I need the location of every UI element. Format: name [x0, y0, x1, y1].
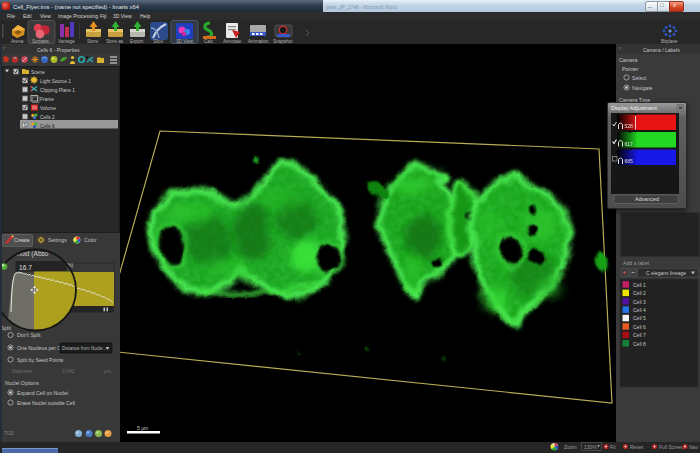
svg-text:Display Adjustment: Display Adjustment — [611, 105, 657, 111]
svg-text:Clipping Plane 1: Clipping Plane 1 — [40, 88, 75, 93]
svg-text:Erase Nuclei outside Cell: Erase Nuclei outside Cell — [17, 400, 75, 406]
svg-text:Nuclei Options: Nuclei Options — [5, 380, 39, 386]
svg-text:16.7: 16.7 — [19, 264, 32, 271]
svg-text:130%: 130% — [584, 444, 597, 450]
svg-text:617: 617 — [625, 141, 634, 147]
svg-text:Scene: Scene — [31, 70, 45, 75]
svg-text:7/10: 7/10 — [4, 430, 14, 436]
svg-text:Split by Seed Points: Split by Seed Points — [17, 357, 64, 363]
svg-text:Cell 6: Cell 6 — [633, 324, 646, 330]
svg-text:One Nucleus per Cell: One Nucleus per Cell — [17, 345, 66, 351]
svg-text:Cell 3: Cell 3 — [633, 299, 646, 305]
svg-text:Frame: Frame — [40, 97, 54, 102]
svg-text:Fit: Fit — [610, 444, 616, 450]
svg-text:Cell 7: Cell 7 — [633, 332, 646, 338]
svg-text:Nav: Nav — [689, 444, 698, 450]
svg-text:Don't Split: Don't Split — [17, 332, 41, 338]
svg-text:Cell 2: Cell 2 — [633, 290, 646, 296]
svg-text:Volume: Volume — [40, 106, 56, 111]
svg-text:Cell 8: Cell 8 — [633, 341, 646, 347]
svg-text:μm: μm — [104, 368, 111, 374]
svg-text:Diameter: Diameter — [12, 368, 33, 374]
svg-text:685: 685 — [625, 158, 634, 164]
svg-text:Cells 2: Cells 2 — [40, 115, 55, 120]
svg-text:Distance from Nucle...: Distance from Nucle... — [62, 346, 106, 351]
svg-text:Cells 6: Cells 6 — [40, 124, 55, 129]
svg-text:Cell 1: Cell 1 — [633, 282, 646, 288]
svg-text:Light Source 1: Light Source 1 — [40, 79, 71, 84]
svg-text:Full Screen: Full Screen — [659, 444, 685, 450]
svg-text:0.041: 0.041 — [62, 368, 75, 374]
svg-text:Expand Cell on Nuclei: Expand Cell on Nuclei — [17, 390, 68, 396]
svg-text:Reset: Reset — [630, 444, 644, 450]
svg-text:Advanced: Advanced — [635, 196, 659, 202]
svg-text:5 μm: 5 μm — [137, 425, 148, 431]
svg-text:Zoom: Zoom — [564, 444, 577, 450]
svg-text:528: 528 — [625, 123, 634, 129]
svg-text:Cell 5: Cell 5 — [633, 315, 646, 321]
svg-text:C elegans lineage: C elegans lineage — [646, 270, 686, 276]
svg-text:Cell 4: Cell 4 — [633, 307, 646, 313]
